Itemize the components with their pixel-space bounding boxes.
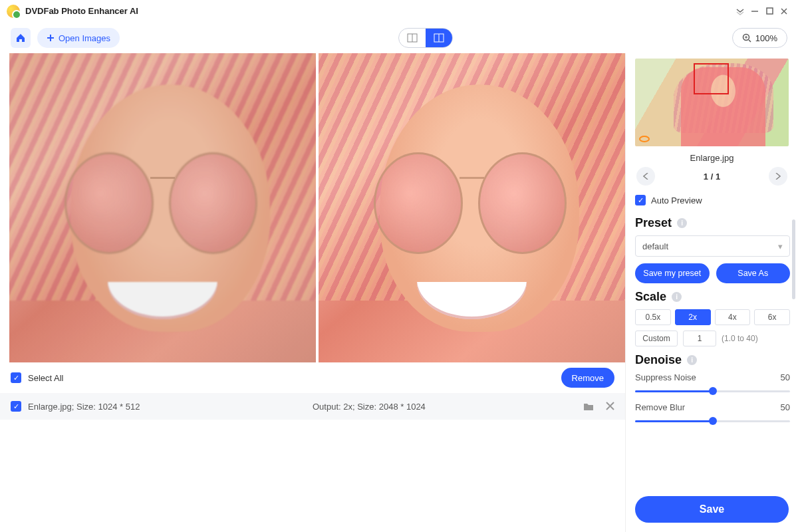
scale-range-hint: (1.0 to 40): [722, 334, 758, 343]
prev-image-button[interactable]: [636, 167, 655, 186]
preview-area: [0, 53, 625, 362]
scale-custom-input[interactable]: [683, 331, 716, 346]
remove-blur-slider[interactable]: [635, 416, 790, 426]
zoom-label: 100%: [755, 33, 777, 43]
original-image-preview[interactable]: [9, 53, 316, 362]
save-as-preset-button[interactable]: Save As: [716, 263, 791, 283]
info-icon[interactable]: i: [677, 218, 687, 228]
suppress-noise-value: 50: [781, 372, 790, 382]
plus-icon: [47, 34, 55, 42]
auto-preview-label: Auto Preview: [651, 196, 702, 205]
suppress-noise-slider[interactable]: [635, 386, 790, 396]
remove-blur-value: 50: [781, 402, 790, 412]
scale-custom-button[interactable]: Custom: [635, 331, 678, 346]
scale-options: 0.5x 2x 4x 6x: [635, 309, 790, 325]
maximize-icon[interactable]: [762, 4, 777, 19]
single-view-button[interactable]: [399, 29, 426, 47]
denoise-section-title: Denoise i: [635, 353, 790, 367]
app-logo-icon: [7, 5, 20, 18]
next-image-button[interactable]: [769, 167, 787, 186]
open-images-label: Open Images: [59, 33, 110, 43]
scale-option-2x[interactable]: 2x: [675, 309, 711, 325]
thumbnail-navigator[interactable]: [635, 59, 789, 146]
scale-section-title: Scale i: [635, 290, 790, 304]
zoom-button[interactable]: 100%: [732, 28, 787, 48]
minimize-icon[interactable]: [747, 4, 762, 19]
magnifier-icon: [742, 33, 751, 43]
close-icon[interactable]: [777, 4, 791, 19]
save-my-preset-button[interactable]: Save my preset: [635, 263, 710, 283]
list-controls: ✓ Select All Remove: [0, 362, 625, 393]
svg-rect-1: [767, 8, 773, 14]
remove-button[interactable]: Remove: [561, 368, 614, 388]
settings-panel: Enlarge.jpg 1 / 1 ✓ Auto Preview Preset …: [625, 53, 798, 532]
dropdown-window-icon[interactable]: [733, 4, 747, 19]
home-button[interactable]: [11, 28, 31, 48]
enhanced-image-preview[interactable]: [319, 53, 625, 362]
scale-option-0-5x[interactable]: 0.5x: [635, 309, 671, 325]
image-nav: 1 / 1: [635, 167, 789, 191]
file-checkbox[interactable]: ✓: [11, 401, 21, 412]
suppress-noise-label: Suppress Noise: [635, 372, 696, 382]
output-info-label: Output: 2x; Size: 2048 * 1024: [313, 402, 426, 412]
open-images-button[interactable]: Open Images: [37, 28, 120, 48]
title-bar: DVDFab Photo Enhancer AI: [0, 0, 798, 23]
remove-blur-label: Remove Blur: [635, 402, 685, 412]
eye-icon: [639, 136, 650, 142]
folder-icon[interactable]: [583, 402, 594, 411]
preset-section-title: Preset i: [635, 216, 790, 230]
split-view-button[interactable]: [426, 29, 452, 47]
scale-option-6x[interactable]: 6x: [754, 309, 790, 325]
view-mode-segment: [398, 28, 453, 48]
file-row[interactable]: ✓ Enlarge.jpg; Size: 1024 * 512 Output: …: [0, 393, 625, 420]
delete-row-icon[interactable]: [606, 402, 614, 411]
preset-select[interactable]: default: [635, 235, 790, 257]
crop-region-indicator[interactable]: [694, 63, 729, 95]
info-icon[interactable]: i: [672, 292, 682, 302]
svg-line-7: [749, 40, 751, 42]
current-filename: Enlarge.jpg: [635, 146, 789, 167]
app-title: DVDFab Photo Enhancer AI: [25, 6, 138, 16]
image-counter: 1 / 1: [704, 172, 720, 182]
select-all-checkbox[interactable]: ✓: [11, 372, 21, 383]
auto-preview-checkbox[interactable]: ✓: [635, 195, 646, 205]
select-all-label: Select All: [28, 373, 63, 383]
info-icon[interactable]: i: [687, 355, 697, 365]
toolbar: Open Images 100%: [0, 23, 798, 53]
save-button[interactable]: Save: [635, 496, 789, 523]
scale-option-4x[interactable]: 4x: [715, 309, 751, 325]
file-info-label: Enlarge.jpg; Size: 1024 * 512: [28, 402, 140, 412]
